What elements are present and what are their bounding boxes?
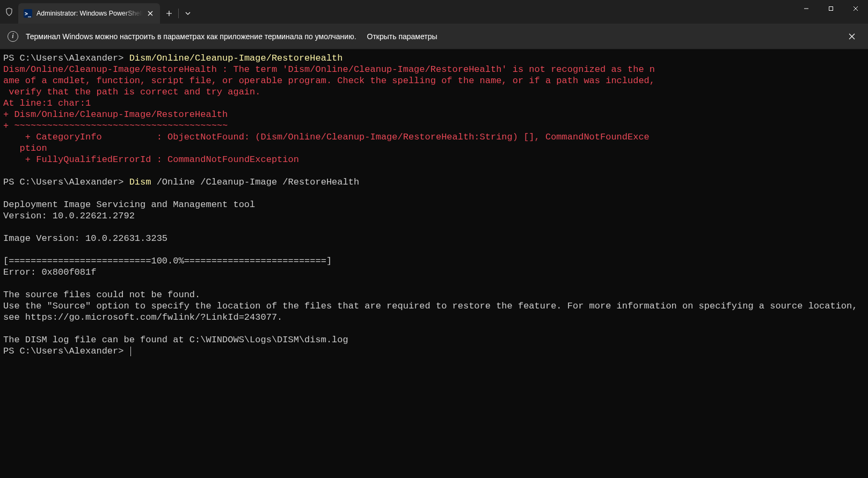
- tab-powershell[interactable]: >_ Administrator: Windows PowerShell: [18, 3, 160, 24]
- error-output: Dism/Online/Cleanup-Image/RestoreHealth …: [3, 64, 655, 176]
- info-bar: i Терминал Windows можно настроить в пар…: [0, 24, 868, 49]
- title-bar: >_ Administrator: Windows PowerShell: [0, 0, 868, 24]
- cursor: [130, 347, 131, 356]
- prompt-line: PS C:\Users\Alexander>: [3, 346, 129, 356]
- open-settings-link[interactable]: Открыть параметры: [367, 32, 437, 41]
- tab-close-button[interactable]: [145, 8, 156, 19]
- maximize-button[interactable]: [819, 0, 843, 17]
- shield-admin-icon: [0, 0, 18, 24]
- info-icon: i: [8, 31, 18, 42]
- prompt-line: PS C:\Users\Alexander>: [3, 53, 129, 63]
- command-text: Dism: [129, 177, 151, 187]
- tab-title: Administrator: Windows PowerShell: [37, 10, 143, 17]
- tab-dropdown-button[interactable]: [179, 3, 197, 24]
- powershell-icon: >_: [24, 9, 32, 18]
- command-args: /Online /Cleanup-Image /RestoreHealth: [151, 177, 359, 187]
- new-tab-button[interactable]: [160, 3, 178, 24]
- close-window-button[interactable]: [843, 0, 868, 17]
- command-text: Dism/Online/Cleanup-Image/RestoreHealth: [129, 53, 343, 63]
- info-close-button[interactable]: [843, 28, 860, 45]
- info-message: Терминал Windows можно настроить в парам…: [26, 32, 356, 41]
- prompt-line: PS C:\Users\Alexander>: [3, 177, 129, 187]
- dism-output: Deployment Image Servicing and Managemen…: [3, 200, 863, 345]
- terminal-output[interactable]: PS C:\Users\Alexander> Dism/Online/Clean…: [0, 49, 868, 478]
- minimize-button[interactable]: [794, 0, 819, 17]
- svg-rect-0: [829, 7, 833, 11]
